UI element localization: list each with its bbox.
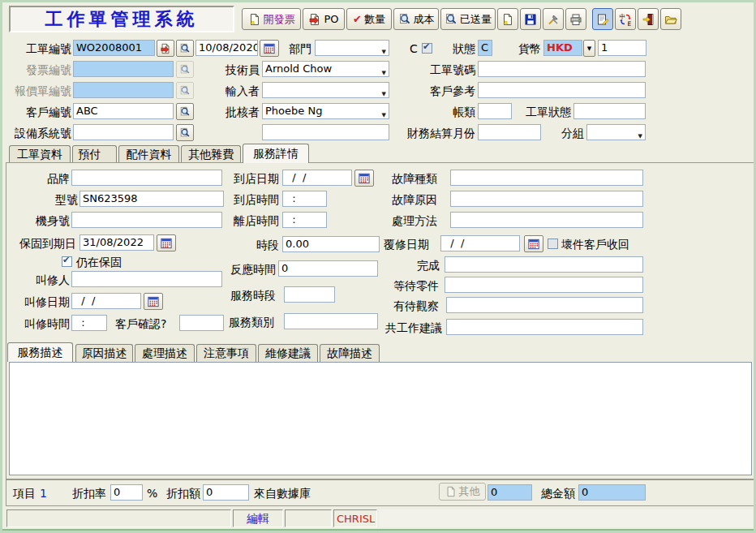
print-button[interactable] — [565, 8, 586, 30]
translate-icon — [619, 13, 632, 26]
warranty-calendar-button[interactable] — [157, 234, 176, 251]
call-date-calendar-button[interactable] — [144, 293, 163, 310]
window-bottom-accent — [2, 529, 754, 532]
discount-amount-label: 折扣額 — [158, 486, 200, 501]
refix-date-calendar-button[interactable] — [524, 235, 543, 252]
equipment-label: 設備系統號 — [5, 126, 71, 140]
input-by-combo[interactable] — [262, 82, 389, 98]
call-date-field[interactable]: / / — [71, 293, 141, 309]
leave-time-field[interactable]: : — [282, 212, 327, 228]
date-field[interactable]: 10/08/2020 — [195, 40, 258, 56]
tab-service-details[interactable]: 服務詳情 — [243, 144, 309, 163]
account-type-field[interactable] — [478, 103, 512, 119]
arrive-date-field[interactable]: / / — [282, 170, 352, 186]
status-field[interactable]: C — [478, 40, 492, 56]
edit-mode-button[interactable] — [592, 8, 613, 30]
leave-time-label: 離店時間 — [232, 213, 279, 228]
wo-number-field[interactable] — [478, 61, 646, 77]
approver-name-field[interactable] — [262, 124, 389, 140]
po-label: PO — [324, 13, 338, 25]
customer-lookup-button[interactable] — [176, 103, 194, 120]
method-field[interactable] — [450, 212, 643, 228]
customer-confirm-field[interactable] — [179, 315, 224, 331]
po-button[interactable]: PO — [303, 8, 345, 30]
exit-button[interactable] — [638, 8, 659, 30]
model-field[interactable]: SN623598 — [79, 191, 224, 207]
subtab-notes[interactable]: 注意事項 — [196, 344, 256, 362]
technician-combo[interactable]: Arnold Chow — [262, 61, 389, 77]
tab-parts-info[interactable]: 配件資料 — [118, 145, 179, 163]
account-type-label: 帳類 — [448, 105, 475, 119]
subtab-handling-description[interactable]: 處理描述 — [135, 344, 195, 362]
cost-button[interactable]: 成本 — [393, 8, 439, 30]
work-order-lookup-button[interactable] — [176, 40, 194, 57]
subtab-service-description[interactable]: 服務描述 — [7, 342, 73, 362]
service-period-label: 服務時段 — [230, 288, 276, 303]
open-invoice-button[interactable]: 開發票 — [242, 8, 301, 30]
department-combo[interactable] — [315, 40, 389, 56]
copy-button[interactable] — [157, 40, 174, 57]
call-time-field[interactable]: : — [71, 315, 107, 331]
tab-other-charges[interactable]: 其他雜費 — [181, 145, 241, 163]
caller-field[interactable] — [71, 271, 222, 287]
invoice-field — [73, 61, 174, 77]
subtab-cause-description[interactable]: 原因描述 — [75, 344, 133, 362]
arrive-date-calendar-button[interactable] — [354, 170, 374, 187]
equipment-lookup-button[interactable] — [176, 124, 194, 141]
discount-rate-field[interactable]: 0 — [110, 484, 143, 501]
service-type-field[interactable] — [284, 313, 378, 329]
refix-date-field[interactable]: / / — [440, 235, 520, 251]
delete-tools-button[interactable] — [543, 8, 564, 30]
open-folder-icon — [664, 13, 677, 26]
page-arrow-icon — [160, 43, 171, 54]
complete-field[interactable] — [445, 256, 643, 273]
wait-parts-field[interactable] — [445, 277, 643, 293]
period-field[interactable]: 0.00 — [282, 236, 380, 252]
c-checkbox[interactable] — [422, 43, 432, 54]
warranty-expiry-field[interactable]: 31/08/2022 — [79, 234, 154, 251]
wo-status-field[interactable] — [573, 103, 646, 119]
customer-ref-field[interactable] — [478, 82, 646, 98]
fault-cause-field[interactable] — [450, 191, 643, 207]
work-suggestion-field[interactable] — [446, 319, 643, 335]
language-toggle-button[interactable] — [615, 8, 636, 30]
return-to-customer-checkbox[interactable] — [548, 239, 558, 249]
open-folder-button[interactable] — [660, 8, 681, 30]
work-order-field[interactable]: WO2008001 — [73, 40, 155, 56]
new-record-button[interactable] — [497, 8, 518, 30]
subtab-fault-description[interactable]: 故障描述 — [320, 344, 380, 362]
caller-label: 叫修人 — [11, 273, 70, 287]
subtab-repair-suggestion[interactable]: 維修建議 — [258, 344, 318, 362]
work-order-label: 工單編號 — [11, 41, 71, 56]
observe-field[interactable] — [446, 297, 643, 313]
response-time-field[interactable]: 0 — [278, 260, 378, 277]
date-calendar-button[interactable] — [260, 40, 279, 57]
quotation-label: 報價單編號 — [5, 84, 71, 98]
quantity-button[interactable]: ✔ 數量 — [346, 8, 392, 30]
new-document-icon — [501, 13, 514, 26]
serial-field[interactable] — [71, 212, 222, 228]
service-description-textarea[interactable] — [9, 362, 752, 475]
tab-work-order-info[interactable]: 工單資料 — [9, 145, 71, 163]
currency-field[interactable]: HKD — [543, 40, 582, 56]
fault-type-field[interactable] — [450, 170, 643, 186]
delivered-qty-button[interactable]: 已送量 — [440, 8, 496, 30]
group-combo[interactable] — [586, 124, 646, 140]
discount-amount-field[interactable]: 0 — [203, 484, 249, 501]
currency-dropdown-button[interactable]: ▼ — [583, 40, 595, 57]
exchange-rate-field[interactable]: 1 — [598, 40, 646, 56]
approver-combo[interactable]: Phoebe Ng — [262, 103, 389, 119]
in-warranty-checkbox[interactable] — [62, 256, 72, 267]
customer-field[interactable]: ABC — [73, 103, 174, 119]
total-amount-field[interactable]: 0 — [578, 484, 646, 501]
equipment-field[interactable] — [73, 124, 174, 140]
service-period-field[interactable] — [284, 286, 335, 303]
discount-rate-label: 折扣率 — [64, 486, 106, 501]
other-amount-field[interactable]: 0 — [488, 484, 532, 501]
save-button[interactable] — [520, 8, 541, 30]
arrive-time-field[interactable]: : — [282, 191, 327, 207]
brand-field[interactable] — [71, 170, 222, 186]
tab-prepayment[interactable]: 預付 — [72, 145, 117, 163]
fin-month-field[interactable] — [478, 124, 541, 140]
refix-date-label: 覆修日期 — [382, 237, 429, 251]
